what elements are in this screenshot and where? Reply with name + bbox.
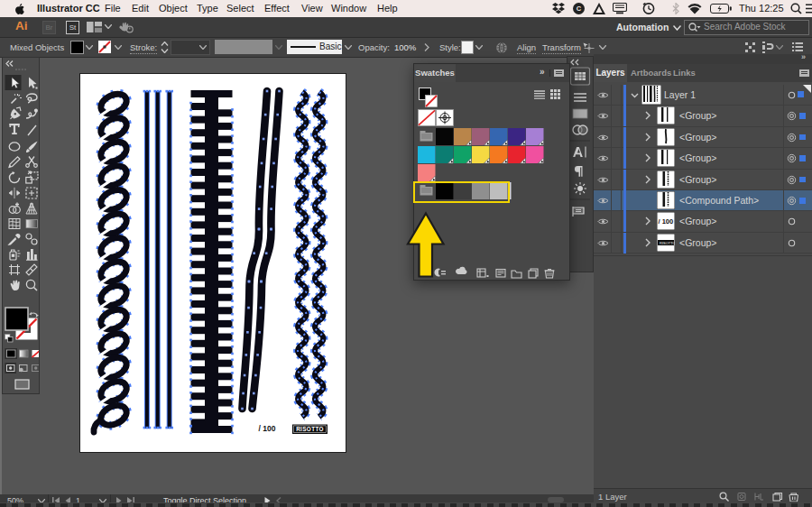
svg-text:RISOTTO: RISOTTO (296, 426, 324, 432)
svg-text:RISOTTO: RISOTTO (660, 241, 675, 245)
svg-text:C: C (577, 5, 582, 13)
svg-text:/ 100: / 100 (659, 217, 674, 226)
svg-text:/ 100: / 100 (259, 424, 276, 433)
